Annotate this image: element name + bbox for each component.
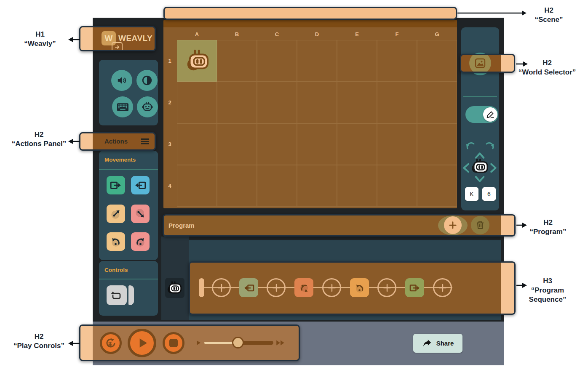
grid-cell <box>177 82 217 123</box>
arrow-to-actions-panel <box>68 139 80 144</box>
insert-step-button-5[interactable] <box>433 278 452 297</box>
column-header-d: D <box>297 31 337 37</box>
stop-button[interactable] <box>163 332 184 354</box>
weavly-logo-highlight: W WEAVLY <box>79 26 156 51</box>
sequence-step-move-backward[interactable] <box>239 278 258 297</box>
column-header-f: F <box>377 31 417 37</box>
annotation-tag: H2 <box>524 6 574 15</box>
annotation-text: “Actions Panel” <box>8 139 69 149</box>
grid-cell <box>297 40 337 82</box>
move-left-chevron-button[interactable] <box>461 162 470 174</box>
annotation-label-actions-panel: H2 “Actions Panel” <box>8 130 69 149</box>
delete-program-button[interactable] <box>471 216 489 234</box>
reset-world-icon <box>104 337 117 349</box>
character-row-value: 6 <box>487 191 491 197</box>
annotation-label-program-sequence: H3 “Program Sequence” <box>522 277 573 304</box>
scene-highlight <box>163 7 457 20</box>
grid-cell <box>377 165 417 207</box>
grid-cell <box>217 40 257 82</box>
annotation-label-world-selector: H2 “World Selector” <box>516 59 578 77</box>
annotation-tag: H2 <box>8 332 69 341</box>
column-header-g: G <box>417 31 457 37</box>
move-forward-icon <box>110 179 122 191</box>
insert-step-button-1[interactable] <box>212 278 231 297</box>
speed-slider-thumb[interactable] <box>232 337 244 348</box>
annotation-text: “Play Conrols” <box>8 341 69 351</box>
insert-step-button-3[interactable] <box>322 278 341 297</box>
keyboard-shortcuts-button[interactable] <box>112 96 133 117</box>
annotation-tag: H2 <box>516 59 578 68</box>
move-backward-icon <box>243 282 255 294</box>
play-button[interactable] <box>128 329 156 357</box>
move-forward-button[interactable] <box>107 176 125 194</box>
move-down-chevron-button[interactable] <box>474 175 486 184</box>
turn-right-90-icon <box>134 235 147 248</box>
pen-toggle[interactable] <box>465 106 498 123</box>
speaker-icon <box>116 75 127 86</box>
turn-right-90-icon <box>298 282 310 294</box>
plus-icon <box>271 283 281 293</box>
annotation-label-play-controls: H2 “Play Conrols” <box>8 332 69 351</box>
arrow-to-play-controls <box>68 341 80 346</box>
turn-counterclockwise-button[interactable] <box>465 140 476 151</box>
annotation-tag: H3 <box>522 277 573 286</box>
grid-cell <box>417 82 457 123</box>
insert-step-button-2[interactable] <box>267 278 286 297</box>
robot-head-icon <box>167 281 182 295</box>
world-selector-circle[interactable] <box>469 54 491 73</box>
plus-icon <box>382 283 392 293</box>
scene: A B C D E F G 1 2 3 4 <box>163 20 457 208</box>
column-header-e: E <box>337 31 377 37</box>
add-step-button[interactable] <box>444 216 462 234</box>
contrast-button[interactable] <box>136 70 158 91</box>
grid-cell <box>337 40 377 82</box>
turn-left-45-icon <box>110 207 122 220</box>
program-character-tile[interactable] <box>165 278 184 298</box>
actions-menu-button[interactable] <box>141 138 149 144</box>
controls-section-label: Controls <box>104 267 128 273</box>
grid-cell <box>337 82 377 123</box>
move-backward-button[interactable] <box>131 176 150 194</box>
program-header-label: Program <box>168 222 195 229</box>
movements-section-label: Movements <box>104 157 136 163</box>
grid-cell <box>337 165 377 207</box>
turn-right-90-button[interactable] <box>131 232 150 251</box>
pen-toggle-knob[interactable] <box>483 107 497 122</box>
reset-button[interactable] <box>100 332 122 354</box>
sequence-step-turn-right[interactable] <box>294 278 313 297</box>
annotation-text: “Weavly” <box>13 39 67 48</box>
annotation-text: Sequence” <box>522 295 573 304</box>
actions-header-label: Actions <box>104 138 128 145</box>
grid-cell <box>337 123 377 165</box>
logo-arrow-chip <box>112 42 123 51</box>
turn-left-45-button[interactable] <box>107 205 125 223</box>
sequence-step-move-forward[interactable] <box>405 278 424 297</box>
grid-cell <box>177 165 217 207</box>
character-settings-button[interactable] <box>137 96 158 117</box>
turn-right-45-button[interactable] <box>131 205 150 223</box>
turn-right-45-icon <box>134 207 147 220</box>
move-right-chevron-button[interactable] <box>489 162 498 174</box>
turn-left-90-button[interactable] <box>107 232 125 251</box>
arrow-to-scene <box>457 11 527 16</box>
loop-control-button[interactable] <box>107 285 127 305</box>
turn-left-90-icon <box>354 282 366 294</box>
play-controls-highlight <box>79 324 300 361</box>
row-header-1: 1 <box>165 58 174 64</box>
character-column-input[interactable]: K <box>465 187 478 201</box>
loop-end-bracket[interactable] <box>128 285 134 305</box>
grid-cell-a1-character[interactable] <box>177 40 217 82</box>
sound-button[interactable] <box>111 70 132 91</box>
grid-cell <box>257 82 297 123</box>
arrow-to-weavly <box>68 37 80 42</box>
turn-clockwise-button[interactable] <box>484 140 496 151</box>
character-row-input[interactable]: 6 <box>482 187 496 201</box>
plus-icon <box>327 283 337 293</box>
robot-face-icon <box>142 101 153 112</box>
column-header-c: C <box>257 31 297 37</box>
column-header-a: A <box>177 31 217 37</box>
insert-step-button-4[interactable] <box>377 278 396 297</box>
trash-icon <box>476 221 485 230</box>
share-button[interactable]: Share <box>413 334 462 353</box>
sequence-step-turn-left[interactable] <box>350 278 369 297</box>
